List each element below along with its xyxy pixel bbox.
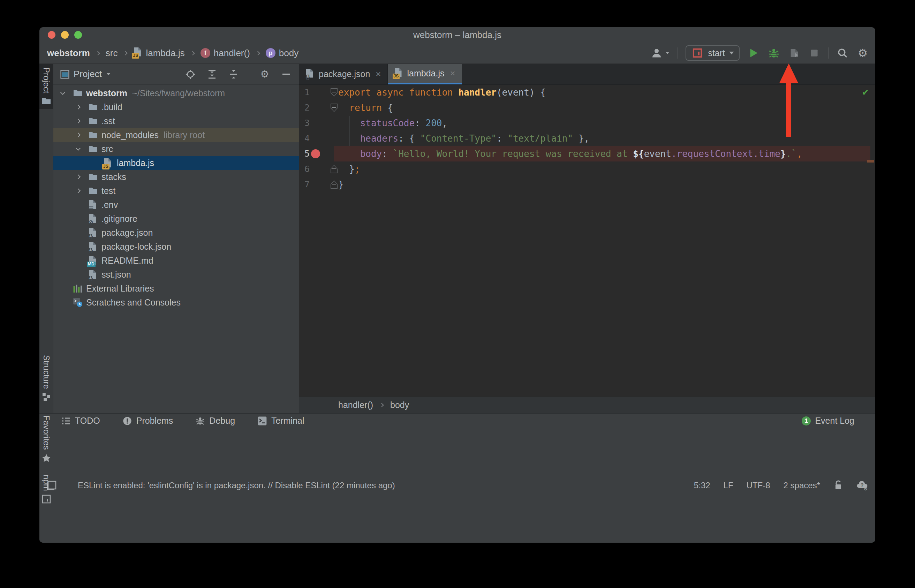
- tool-window-button-npm[interactable]: npm: [39, 471, 53, 507]
- panel-settings-button[interactable]: ⚙: [258, 68, 271, 81]
- tree-chevron-icon[interactable]: [76, 175, 88, 179]
- tree-item-label: src: [102, 144, 113, 154]
- zoom-window-button[interactable]: [74, 31, 82, 39]
- tree-item-stacks[interactable]: stacks: [53, 170, 299, 184]
- line-separator-widget[interactable]: LF: [723, 481, 733, 490]
- tree-item-lambda-js[interactable]: JSlambda.js: [53, 156, 299, 170]
- breadcrumb-item[interactable]: pbody: [266, 48, 299, 58]
- tree-item-label: Scratches and Consoles: [86, 297, 181, 308]
- tree-item-test[interactable]: test: [53, 184, 299, 198]
- line-number[interactable]: 2: [299, 100, 310, 115]
- fold-marker-icon[interactable]: [331, 88, 337, 97]
- close-tab-icon[interactable]: ×: [450, 68, 455, 79]
- tool-window-button-debug[interactable]: Debug: [195, 416, 235, 426]
- tree-item-node-modules[interactable]: node_moduleslibrary root: [53, 128, 299, 142]
- event-log-button[interactable]: 1Event Log: [802, 416, 854, 426]
- readonly-lock-icon[interactable]: [833, 480, 843, 491]
- highlighting-level-icon[interactable]: ?⚙: [857, 480, 868, 491]
- indent-widget[interactable]: 2 spaces*: [784, 481, 820, 490]
- tree-item--sst[interactable]: .sst: [53, 114, 299, 128]
- json-file-icon: {}: [88, 269, 102, 280]
- tree-item-label: .gitignore: [102, 214, 137, 224]
- line-number[interactable]: 7: [299, 177, 310, 192]
- caret-position-widget[interactable]: 5:32: [694, 481, 710, 490]
- json-file-icon: {}: [305, 68, 315, 81]
- breadcrumb-item[interactable]: webstorm: [47, 48, 90, 58]
- editor-breadcrumb-item[interactable]: handler(): [338, 400, 373, 410]
- fold-marker-icon[interactable]: [331, 180, 337, 189]
- status-message[interactable]: ESLint is enabled: 'eslintConfig' is in …: [78, 481, 395, 490]
- tree-item--gitignore[interactable]: ⊘.gitignore: [53, 212, 299, 226]
- breakpoint-icon[interactable]: [311, 149, 320, 158]
- fold-marker-icon[interactable]: [331, 165, 337, 173]
- line-number[interactable]: 3: [299, 115, 310, 131]
- code-text: return {: [338, 100, 393, 115]
- tree-chevron-icon[interactable]: [76, 105, 88, 109]
- search-everywhere-button[interactable]: [836, 47, 849, 59]
- tool-window-button-project[interactable]: Project: [39, 64, 53, 109]
- debug-button[interactable]: [768, 47, 780, 59]
- code-line-1[interactable]: 1export async function handler(event) {: [299, 85, 875, 100]
- tree-chevron-icon[interactable]: [76, 119, 88, 123]
- code-line-7[interactable]: 7}: [299, 177, 875, 192]
- code-line-6[interactable]: 6 };: [299, 162, 875, 177]
- tool-window-button-problems[interactable]: Problems: [123, 416, 173, 426]
- run-configuration-selector[interactable]: start: [686, 45, 740, 61]
- encoding-widget[interactable]: UTF-8: [747, 481, 770, 490]
- stop-button[interactable]: [808, 47, 820, 59]
- collapse-all-button[interactable]: [228, 68, 240, 81]
- tree-chevron-icon[interactable]: [76, 148, 88, 150]
- line-number[interactable]: 1: [299, 85, 310, 100]
- inspection-status-icon[interactable]: ✔: [862, 86, 868, 98]
- code-line-4[interactable]: 4 headers: { "Content-Type": "text/plain…: [299, 131, 875, 146]
- code-line-3[interactable]: 3 statusCode: 200,: [299, 115, 875, 131]
- tree-item-package-lock-json[interactable]: {}package-lock.json: [53, 240, 299, 254]
- locate-file-button[interactable]: [184, 68, 197, 81]
- tree-item-src[interactable]: src: [53, 142, 299, 156]
- hide-panel-button[interactable]: [280, 68, 292, 81]
- tree-item-scratches-and-consoles[interactable]: Scratches and Consoles: [53, 296, 299, 309]
- breadcrumb-item[interactable]: JSlambda.js: [133, 47, 184, 60]
- close-window-button[interactable]: [48, 31, 55, 39]
- minimize-window-button[interactable]: [61, 31, 69, 39]
- tool-window-button-todo[interactable]: TODO: [61, 416, 100, 426]
- code-line-2[interactable]: 2 return {: [299, 100, 875, 115]
- user-account-button[interactable]: [650, 47, 670, 59]
- breadcrumb-item[interactable]: src: [106, 48, 118, 58]
- editor-tab-lambda-js[interactable]: JSlambda.js×: [388, 64, 462, 84]
- tree-item-external-libraries[interactable]: External Libraries: [53, 281, 299, 296]
- tool-window-button-label: Project: [42, 67, 51, 94]
- line-number[interactable]: 4: [299, 131, 310, 146]
- tool-window-button-structure[interactable]: Structure: [39, 352, 53, 405]
- editor-tab-package-json[interactable]: {}package.json×: [299, 64, 388, 84]
- tool-window-button-favorites[interactable]: Favorites: [39, 412, 53, 467]
- tree-chevron-icon[interactable]: [76, 189, 88, 192]
- run-button[interactable]: [747, 47, 760, 59]
- tool-window-button-terminal[interactable]: Terminal: [257, 416, 304, 426]
- breadcrumb-label: body: [279, 48, 299, 58]
- tree-item--build[interactable]: .build: [53, 100, 299, 114]
- settings-button[interactable]: ⚙: [857, 47, 869, 59]
- code-line-5[interactable]: 5 body: `Hello, World! Your request was …: [299, 146, 875, 162]
- breadcrumb-item[interactable]: fhandler(): [200, 48, 250, 58]
- line-number[interactable]: 5: [299, 146, 310, 162]
- tree-item-sst-json[interactable]: {}sst.json: [53, 268, 299, 281]
- editor-breadcrumb-item[interactable]: body: [390, 400, 409, 410]
- breadcrumb-label: handler(): [214, 48, 250, 58]
- tree-item--env[interactable]: ☰.env: [53, 198, 299, 212]
- close-tab-icon[interactable]: ×: [376, 69, 381, 79]
- fold-marker-icon[interactable]: [331, 103, 337, 112]
- expand-all-button[interactable]: [206, 68, 218, 81]
- tree-item-webstorm[interactable]: webstorm~/Sites/fwang/webstorm: [53, 86, 299, 100]
- error-stripe-mark[interactable]: [867, 160, 874, 163]
- run-with-coverage-button[interactable]: [788, 47, 800, 59]
- line-number[interactable]: 6: [299, 162, 310, 177]
- code-editor[interactable]: 1export async function handler(event) {2…: [299, 85, 875, 397]
- tree-chevron-icon[interactable]: [61, 92, 73, 94]
- tree-chevron-icon[interactable]: [76, 133, 88, 137]
- breadcrumb-separator-icon: [123, 51, 128, 55]
- project-view-selector[interactable]: Project: [60, 69, 111, 79]
- tree-item-readme-md[interactable]: MDREADME.md: [53, 254, 299, 268]
- tree-item-label: .sst: [102, 116, 115, 126]
- tree-item-package-json[interactable]: {}package.json: [53, 226, 299, 240]
